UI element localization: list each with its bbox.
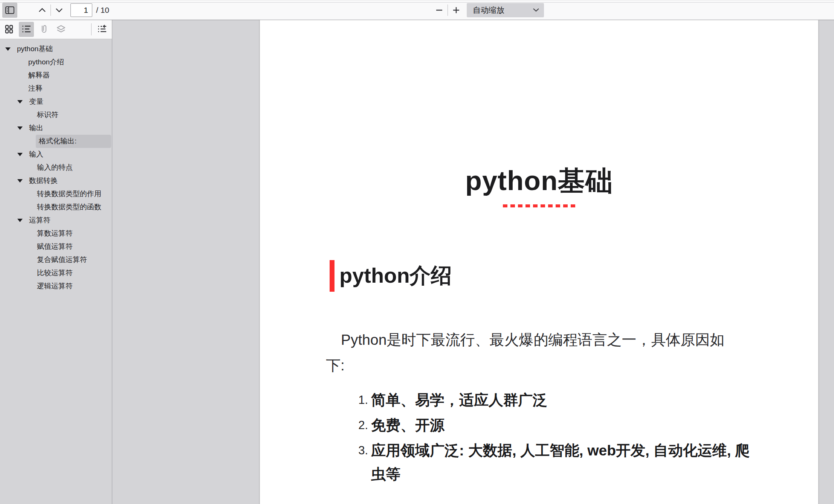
document-title: python基础 xyxy=(260,163,818,199)
outline-item[interactable]: 运算符 xyxy=(0,214,112,227)
page-count-label: / 10 xyxy=(96,6,109,15)
outline-item-label[interactable]: 比较运算符 xyxy=(36,266,76,280)
outline-item-label[interactable]: 转换数据类型的函数 xyxy=(36,201,104,214)
next-page-button[interactable] xyxy=(52,3,66,18)
document-list-item: 1.简单、易学，适应人群广泛 xyxy=(356,388,763,412)
outline-item-label[interactable]: 转换数据类型的作用 xyxy=(36,187,104,201)
outline-item[interactable]: 转换数据类型的函数 xyxy=(0,201,112,214)
zoom-out-icon xyxy=(435,6,443,14)
zoom-select-value: 自动缩放 xyxy=(473,5,504,15)
outline-item[interactable]: 标识符 xyxy=(0,108,112,122)
outline-item[interactable]: 解释器 xyxy=(0,69,112,82)
zoom-in-button[interactable] xyxy=(449,3,463,18)
attachments-view-button[interactable] xyxy=(36,22,51,37)
section-heading: python介绍 xyxy=(330,260,452,292)
title-underline-dashes xyxy=(503,204,575,207)
outline-item-label[interactable]: python介绍 xyxy=(27,56,67,69)
sidebar-toolbar-divider xyxy=(91,23,92,35)
select-chevron-icon xyxy=(533,7,539,14)
list-item-number: 1. xyxy=(356,388,368,412)
outline-item[interactable]: 算数运算符 xyxy=(0,227,112,240)
main-toolbar: / 10 自动缩放 xyxy=(0,0,834,20)
outline-item[interactable]: python介绍 xyxy=(0,56,112,69)
outline-item-label[interactable]: python基础 xyxy=(16,43,56,56)
document-list: 1.简单、易学，适应人群广泛2.免费、开源3.应用领域广泛: 大数据, 人工智能… xyxy=(356,388,763,487)
outline-expand-toggle-icon[interactable] xyxy=(5,47,11,51)
outline-item[interactable]: 输出 xyxy=(0,122,112,135)
outline-item[interactable]: 输入的特点 xyxy=(0,161,112,174)
zoom-out-button[interactable] xyxy=(432,3,446,18)
outline-item[interactable]: 输入 xyxy=(0,148,112,161)
chevron-down-icon xyxy=(55,8,63,13)
toolbar-zoom-group: 自动缩放 xyxy=(432,0,544,20)
outline-item[interactable]: python基础 xyxy=(0,43,112,56)
outline-item-label[interactable]: 赋值运算符 xyxy=(36,240,76,253)
list-item-text: 免费、开源 xyxy=(371,413,759,437)
sidebar: python基础python介绍解释器注释变量标识符输出格式化输出:输入输入的特… xyxy=(0,20,112,504)
outline-item-label[interactable]: 标识符 xyxy=(36,108,61,122)
outline-item-label[interactable]: 注释 xyxy=(27,82,46,95)
heading-red-bar xyxy=(330,260,335,292)
outline-item[interactable]: 逻辑运算符 xyxy=(0,280,112,293)
outline-expand-toggle-icon[interactable] xyxy=(17,179,23,183)
thumbnails-icon xyxy=(5,24,14,35)
list-item-number: 2. xyxy=(356,413,368,437)
outline-item-label[interactable]: 输入的特点 xyxy=(36,161,76,174)
attachments-icon xyxy=(39,24,48,35)
outline-expand-toggle-icon[interactable] xyxy=(17,153,23,156)
outline-item-label[interactable]: 变量 xyxy=(28,95,46,108)
outline-expand-toggle-icon[interactable] xyxy=(17,126,23,130)
outline-item[interactable]: 数据转换 xyxy=(0,174,112,187)
outline-item-label[interactable]: 解释器 xyxy=(27,69,53,82)
toolbar-divider xyxy=(50,5,51,16)
layers-icon xyxy=(56,24,66,35)
outline-expand-toggle-icon[interactable] xyxy=(17,219,23,222)
list-item-text: 简单、易学，适应人群广泛 xyxy=(371,388,759,412)
outline-panel: python基础python介绍解释器注释变量标识符输出格式化输出:输入输入的特… xyxy=(0,39,112,293)
outline-item-label[interactable]: 复合赋值运算符 xyxy=(36,253,90,266)
toolbar-left-group: / 10 xyxy=(0,0,109,20)
outline-item-label[interactable]: 逻辑运算符 xyxy=(36,280,76,293)
outline-item[interactable]: 赋值运算符 xyxy=(0,240,112,253)
outline-item-label[interactable]: 格式化输出: xyxy=(36,135,111,148)
outline-icon xyxy=(21,24,31,35)
current-outline-item-icon xyxy=(97,24,107,35)
document-paragraph: Python是时下最流行、最火爆的编程语言之一，具体原因如下: xyxy=(326,327,742,378)
outline-item-label[interactable]: 输入 xyxy=(28,148,46,161)
outline-item-label[interactable]: 输出 xyxy=(28,122,46,135)
sidebar-toggle-button[interactable] xyxy=(2,3,17,18)
document-list-item: 2.免费、开源 xyxy=(356,413,763,437)
toolbar-divider xyxy=(448,5,448,16)
layers-view-button[interactable] xyxy=(53,22,69,37)
outline-item-label[interactable]: 数据转换 xyxy=(28,174,61,187)
pdf-page: python基础 python介绍 Python是时下最流行、最火爆的编程语言之… xyxy=(260,20,818,504)
sidebar-toolbar xyxy=(0,20,112,39)
current-outline-item-button[interactable] xyxy=(95,22,110,37)
zoom-select[interactable]: 自动缩放 xyxy=(467,3,544,17)
thumbnails-view-button[interactable] xyxy=(2,22,17,37)
outline-item-label[interactable]: 算数运算符 xyxy=(36,227,76,240)
outline-item[interactable]: 比较运算符 xyxy=(0,266,112,280)
outline-item[interactable]: 复合赋值运算符 xyxy=(0,253,112,266)
outline-item[interactable]: 注释 xyxy=(0,82,112,95)
list-item-number: 3. xyxy=(356,439,368,486)
chevron-up-icon xyxy=(38,8,46,13)
outline-item-label[interactable]: 运算符 xyxy=(28,214,53,227)
viewer-area[interactable]: python基础 python介绍 Python是时下最流行、最火爆的编程语言之… xyxy=(113,20,834,504)
outline-item[interactable]: 转换数据类型的作用 xyxy=(0,187,112,201)
sidebar-toggle-icon xyxy=(5,6,15,15)
document-list-item: 3.应用领域广泛: 大数据, 人工智能, web开发, 自动化运维, 爬虫等 xyxy=(356,439,763,486)
previous-page-button[interactable] xyxy=(35,3,49,18)
section-heading-text: python介绍 xyxy=(339,262,452,290)
outline-item[interactable]: 变量 xyxy=(0,95,112,108)
list-item-text: 应用领域广泛: 大数据, 人工智能, web开发, 自动化运维, 爬虫等 xyxy=(371,439,759,486)
zoom-in-icon xyxy=(452,6,460,14)
page-number-input[interactable] xyxy=(70,3,92,17)
outline-item[interactable]: 格式化输出: xyxy=(0,135,112,148)
outline-view-button[interactable] xyxy=(19,22,34,37)
outline-expand-toggle-icon[interactable] xyxy=(17,100,23,104)
